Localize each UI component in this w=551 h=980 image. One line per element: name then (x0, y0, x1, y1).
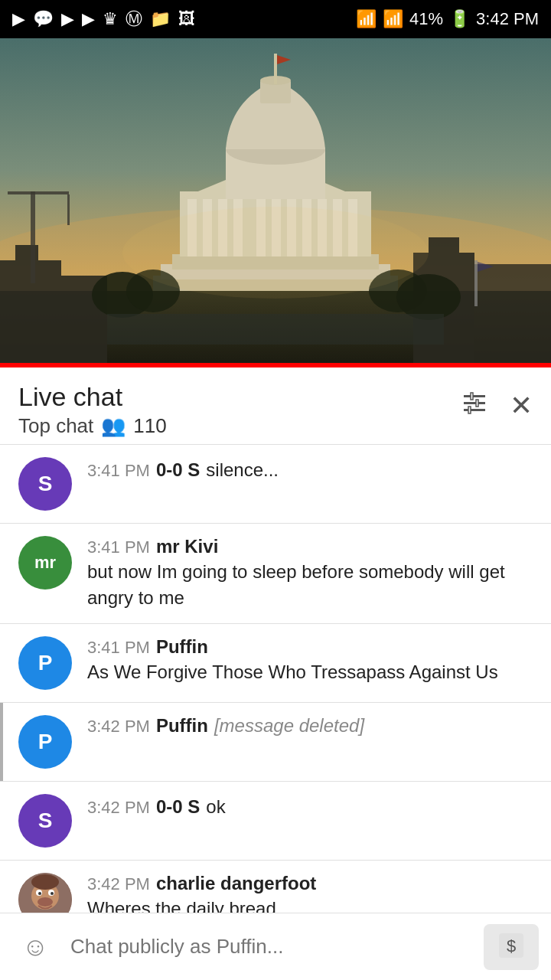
msg-text: ok (206, 794, 225, 820)
msg-text: silence... (206, 457, 279, 483)
icon-m: Ⓜ (126, 8, 142, 31)
svg-rect-32 (429, 237, 459, 253)
chat-panel: Live chat Top chat 👥 110 ✕ (0, 368, 551, 980)
svg-point-39 (396, 274, 461, 320)
svg-point-52 (38, 892, 41, 895)
battery-percent: 41% (409, 9, 443, 29)
wifi-icon: 📶 (356, 9, 377, 29)
message-line: 3:42 PM charlie dangerfoot (87, 873, 533, 894)
viewer-count: 110 (133, 414, 166, 438)
status-indicators: 📶 📶 41% 🔋 3:42 PM (356, 9, 539, 29)
msg-author: 0-0 S (156, 796, 200, 818)
video-player[interactable] (0, 38, 551, 368)
msg-author: Puffin (156, 636, 208, 658)
message-line: 3:41 PM 0-0 S silence... (87, 457, 533, 483)
avatar: S (18, 794, 72, 848)
svg-rect-7 (8, 191, 69, 194)
svg-rect-29 (274, 54, 277, 84)
chat-header-info: Live chat Top chat 👥 110 (18, 383, 167, 438)
chat-message: S 3:41 PM 0-0 S silence... (0, 445, 551, 523)
svg-point-54 (37, 897, 53, 906)
message-line: 3:42 PM 0-0 S ok (87, 794, 533, 820)
send-button[interactable]: $ (484, 924, 539, 970)
svg-rect-34 (474, 260, 478, 306)
msg-time: 3:42 PM (87, 798, 150, 818)
icon-files: 📁 (150, 9, 171, 29)
msg-deleted-text: [message deleted] (214, 715, 364, 737)
svg-rect-43 (464, 402, 485, 404)
msg-author: charlie dangerfoot (156, 873, 316, 894)
emoji-button[interactable]: ☺ (12, 924, 58, 970)
notification-icons: ▶ 💬 ▶ ▶ ♛ Ⓜ 📁 🖼 (12, 8, 195, 31)
message-content: 3:41 PM Puffin As We Forgive Those Who T… (87, 636, 533, 685)
svg-text:$: $ (507, 936, 516, 956)
message-line: 3:42 PM Puffin [message deleted] (87, 715, 533, 737)
emoji-icon: ☺ (22, 932, 49, 962)
signal-icon: 📶 (383, 9, 403, 29)
avatar: mr (18, 536, 72, 590)
chat-subtitle: Top chat 👥 110 (18, 414, 167, 438)
message-content: 3:42 PM Puffin [message deleted] (87, 715, 533, 737)
chat-message: P 3:41 PM Puffin As We Forgive Those Who… (0, 624, 551, 702)
chat-messages-list: S 3:41 PM 0-0 S silence... mr 3:41 PM mr… (0, 445, 551, 980)
svg-rect-46 (476, 400, 478, 407)
chat-input-bar: ☺ $ (0, 913, 551, 980)
svg-point-55 (31, 874, 59, 890)
msg-author: mr Kivi (156, 536, 218, 557)
svg-point-53 (51, 892, 54, 895)
video-thumbnail (0, 38, 551, 368)
svg-rect-6 (31, 191, 35, 283)
msg-time: 3:41 PM (87, 638, 150, 658)
svg-rect-45 (471, 393, 473, 400)
icon-crown: ♛ (103, 9, 118, 29)
message-line: 3:41 PM Puffin (87, 636, 533, 658)
message-content: 3:41 PM mr Kivi but now Im going to slee… (87, 536, 533, 610)
clock: 3:42 PM (476, 9, 539, 29)
message-line: 3:41 PM mr Kivi (87, 536, 533, 557)
icon-image: 🖼 (178, 9, 195, 29)
msg-author: Puffin (156, 715, 208, 737)
msg-body: As We Forgive Those Who Tressapass Again… (87, 659, 533, 685)
svg-point-41 (122, 207, 429, 299)
msg-time: 3:42 PM (87, 874, 150, 894)
icon-yt2: ▶ (61, 9, 74, 29)
msg-time: 3:41 PM (87, 461, 150, 481)
svg-rect-33 (474, 264, 551, 368)
message-content: 3:42 PM 0-0 S ok (87, 794, 533, 820)
filter-icon[interactable] (461, 389, 488, 422)
svg-rect-42 (464, 395, 485, 397)
send-icon: $ (496, 930, 527, 963)
icon-yt3: ▶ (82, 9, 95, 29)
viewer-icon: 👥 (101, 414, 126, 438)
youtube-red-bar (0, 363, 551, 368)
chat-title: Live chat (18, 383, 167, 411)
svg-rect-40 (107, 314, 444, 345)
msg-time: 3:41 PM (87, 537, 150, 557)
chat-message: mr 3:41 PM mr Kivi but now Im going to s… (0, 524, 551, 622)
status-bar: ▶ 💬 ▶ ▶ ♛ Ⓜ 📁 🖼 📶 📶 41% 🔋 3:42 PM (0, 0, 551, 38)
icon-yt1: ▶ (12, 9, 25, 29)
chat-header-actions: ✕ (461, 383, 533, 422)
top-chat-label[interactable]: Top chat (18, 414, 93, 438)
chat-message: P 3:42 PM Puffin [message deleted] (0, 703, 551, 781)
svg-rect-47 (468, 407, 471, 413)
msg-time: 3:42 PM (87, 717, 150, 737)
svg-rect-8 (67, 194, 70, 225)
avatar: P (18, 636, 72, 690)
msg-author: 0-0 S (156, 459, 200, 481)
icon-msg: 💬 (33, 9, 54, 29)
chat-header: Live chat Top chat 👥 110 ✕ (0, 368, 551, 444)
avatar: P (18, 715, 72, 769)
chat-input-field[interactable] (70, 935, 471, 959)
svg-rect-44 (464, 409, 485, 411)
close-icon[interactable]: ✕ (510, 390, 533, 422)
battery-icon: 🔋 (449, 9, 470, 29)
video-scene-svg (0, 38, 551, 368)
chat-message: S 3:42 PM 0-0 S ok (0, 782, 551, 860)
avatar: S (18, 457, 72, 511)
msg-body: but now Im going to sleep before somebod… (87, 559, 533, 610)
message-content: 3:41 PM 0-0 S silence... (87, 457, 533, 483)
